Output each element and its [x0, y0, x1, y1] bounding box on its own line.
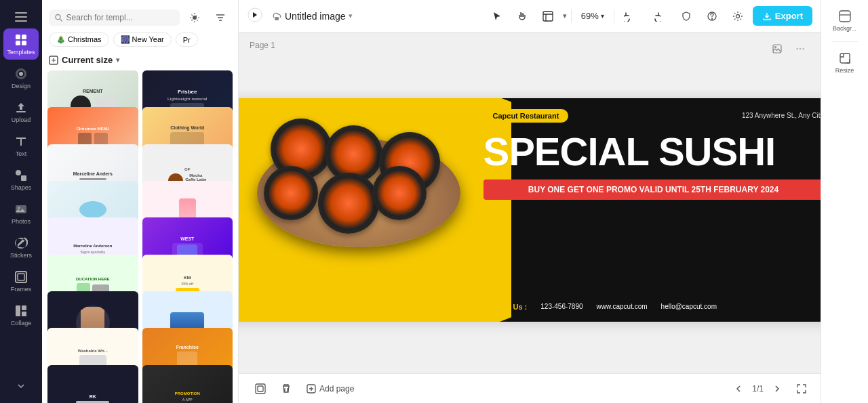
magic-search-button[interactable]: [184, 7, 205, 28]
add-page-button[interactable]: Add page: [301, 381, 359, 396]
help-icon: [707, 11, 717, 22]
hand-tool-button[interactable]: [511, 5, 533, 27]
header-tools: ▾ 69% ▾: [486, 5, 812, 27]
svg-rect-12: [16, 305, 20, 316]
tag-new-year[interactable]: 🎆 New Year: [113, 33, 172, 47]
help-button[interactable]: [701, 5, 723, 27]
page-thumbnail-button[interactable]: [250, 378, 271, 400]
canvas-frame[interactable]: Capcut Restaurant 123 Anywhere St., Any …: [239, 98, 821, 322]
header-right-icons: Export: [675, 5, 812, 27]
sidebar-item-photos-label: Photos: [12, 218, 31, 225]
layout-tool-button[interactable]: [537, 5, 559, 27]
svg-rect-8: [16, 205, 26, 213]
sidebar-item-templates-label: Templates: [7, 49, 35, 56]
shield-button[interactable]: [675, 5, 697, 27]
svg-point-4: [19, 72, 23, 76]
sidebar-item-upload[interactable]: Upload: [3, 96, 39, 127]
collage-icon: [14, 303, 28, 318]
image-icon: [772, 44, 782, 54]
resize-icon: [838, 51, 852, 65]
sidebar-expand-button[interactable]: [3, 375, 39, 398]
fullscreen-button[interactable]: [793, 381, 810, 397]
resize-label: Resize: [835, 67, 854, 74]
page-indicator: 1/1: [752, 384, 764, 394]
template-panel: 🎄 Christmas 🎆 New Year Pr Current size ▾…: [42, 0, 239, 403]
resize-panel-button[interactable]: Resize: [827, 47, 863, 78]
tag-christmas[interactable]: 🎄 Christmas: [49, 33, 109, 47]
size-chevron: ▾: [116, 56, 119, 64]
search-input[interactable]: [66, 13, 174, 22]
text-icon: [14, 134, 28, 149]
template-grid: REMENT Frisbee Lightweight material ··· …: [42, 70, 238, 403]
page-image-button[interactable]: [768, 39, 787, 58]
frames-icon: [14, 270, 28, 284]
settings-button[interactable]: [727, 5, 749, 27]
contact-email: hello@capcut.com: [661, 303, 717, 310]
sidebar-item-templates[interactable]: Templates: [3, 28, 39, 60]
add-page-icon: [307, 384, 316, 394]
sidebar-item-frames-label: Frames: [11, 286, 32, 293]
svg-rect-25: [773, 45, 781, 53]
sidebar-item-photos[interactable]: Photos: [3, 198, 39, 229]
delete-page-button[interactable]: [275, 378, 297, 400]
main-area: Untitled image ▾ ▾: [239, 0, 821, 403]
chevron-left-icon: [734, 385, 743, 393]
tag-promo-label: Pr: [183, 36, 191, 44]
sushi-roll-5: [318, 173, 379, 234]
hamburger-button[interactable]: [15, 12, 27, 22]
sushi-plate: [243, 119, 474, 268]
undo-button[interactable]: [618, 5, 640, 27]
sidebar-item-design[interactable]: Design: [3, 62, 39, 93]
sidebar-item-text[interactable]: Text: [3, 130, 39, 161]
svg-rect-27: [256, 384, 265, 394]
sidebar-item-frames[interactable]: Frames: [3, 266, 39, 297]
contact-phone: 123-456-7890: [540, 303, 583, 310]
hand-icon: [517, 11, 528, 22]
export-button[interactable]: Export: [753, 6, 812, 26]
prev-page-button[interactable]: [730, 381, 747, 397]
template-item[interactable]: RK: [47, 365, 138, 403]
filter-button[interactable]: [210, 7, 231, 28]
canvas-area: Page 1 ···: [239, 33, 821, 373]
add-page-label: Add page: [319, 384, 354, 394]
promo-banner: BUY ONE GET ONE PROMO VALID UNTIL 25TH F…: [484, 179, 821, 200]
stickers-icon: [14, 236, 28, 251]
next-page-button[interactable]: [769, 381, 785, 397]
sidebar-item-stickers-label: Stickers: [10, 252, 32, 259]
sidebar-item-stickers[interactable]: Stickers: [3, 232, 39, 263]
svg-rect-13: [22, 305, 26, 310]
panel-search-area: [42, 0, 238, 33]
svg-rect-20: [275, 17, 279, 20]
zoom-selector[interactable]: 69% ▾: [576, 8, 610, 24]
background-label: Backgr...: [833, 25, 856, 32]
chevron-down-icon: [14, 379, 28, 394]
svg-rect-3: [22, 41, 26, 45]
top-address-bar: Capcut Restaurant 123 Anywhere St., Any …: [484, 109, 821, 123]
sidebar-item-collage[interactable]: Collage: [3, 299, 39, 331]
app-logo: [247, 7, 263, 26]
tag-promo[interactable]: Pr: [176, 33, 198, 47]
chevron-right-icon: [773, 385, 781, 393]
export-label: Export: [775, 11, 803, 21]
template-item[interactable]: PROMOTION A APP: [142, 365, 233, 403]
svg-rect-31: [840, 54, 850, 63]
plate-base: [257, 139, 460, 247]
page-more-button[interactable]: ···: [791, 39, 810, 58]
background-panel-button[interactable]: Backgr...: [827, 5, 863, 36]
document-title-area[interactable]: Untitled image ▾: [271, 11, 353, 22]
contact-label: Contact Us :: [484, 303, 528, 311]
sidebar-item-shapes[interactable]: Shapes: [3, 164, 39, 195]
photos-icon: [14, 202, 28, 217]
sidebar-item-shapes-label: Shapes: [11, 184, 32, 191]
thumbnail-icon: [255, 383, 266, 394]
address-text: 123 Anywhere St., Any City: [742, 112, 821, 119]
size-header-label: Current size: [62, 55, 113, 65]
contact-row: Contact Us : 123-456-7890 www.capcut.com…: [484, 297, 821, 311]
undo-icon: [624, 11, 635, 22]
cursor-tool-button[interactable]: [486, 5, 507, 27]
capcut-logo-icon: [247, 7, 263, 23]
svg-rect-11: [18, 274, 24, 280]
panel-size-header[interactable]: Current size ▾: [42, 52, 238, 70]
redo-button[interactable]: [644, 5, 666, 27]
shield-icon: [681, 11, 692, 22]
